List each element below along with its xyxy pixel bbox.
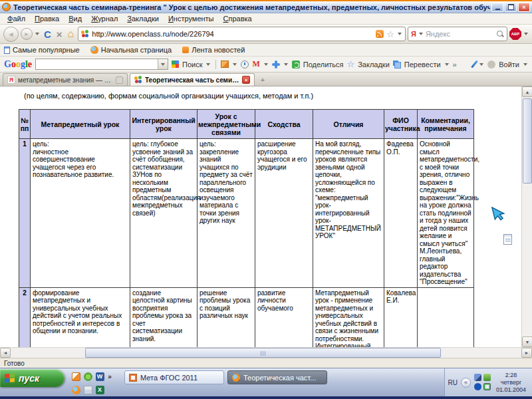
- url-input[interactable]: [92, 30, 373, 38]
- bluetooth-icon[interactable]: [474, 383, 481, 390]
- notepad-icon[interactable]: [84, 386, 92, 394]
- history-dropdown-icon[interactable]: [35, 33, 39, 35]
- bookmark-start-page[interactable]: Начальная страница: [90, 46, 172, 54]
- tab-yandex-search[interactable]: Я метапредметные знания — Яндекс: ...: [3, 73, 128, 86]
- cell-participant: Ковалева Е.И.: [384, 287, 418, 347]
- scroll-left-button[interactable]: ◄: [0, 348, 11, 358]
- taskbar-clock[interactable]: 2:28 четверг 01.01.2004: [495, 372, 527, 394]
- urlbar-dropdown-icon[interactable]: [398, 33, 402, 35]
- stop-button[interactable]: ×: [55, 29, 64, 40]
- google-search-box[interactable]: [35, 59, 168, 70]
- quicklaunch-app-icon[interactable]: [84, 372, 92, 381]
- reload-button[interactable]: C: [42, 29, 53, 40]
- gbookmarks-star-icon[interactable]: ☆: [347, 60, 355, 68]
- word-icon[interactable]: W: [96, 372, 104, 381]
- google-search-dropdown[interactable]: [158, 59, 168, 69]
- taskbar-button-powerpoint[interactable]: Мета ФГОС 2011: [124, 370, 224, 384]
- back-button[interactable]: ◄: [3, 27, 19, 42]
- gmail-dropdown-icon[interactable]: [264, 63, 268, 66]
- rss-icon: [182, 47, 189, 53]
- cell-similarities: расширение кругозора учащегося и его эру…: [255, 139, 313, 288]
- taskbar-button-firefox-active[interactable]: Теоретическая част...: [227, 370, 327, 384]
- gmail-icon[interactable]: M: [252, 59, 259, 69]
- vertical-scroll-thumb[interactable]: [523, 98, 532, 184]
- page-content: (по целям, содержанию, формам социальной…: [0, 86, 521, 347]
- account-icon[interactable]: [487, 61, 495, 68]
- tab-close-button[interactable]: [116, 76, 123, 84]
- new-tab-button[interactable]: +: [257, 74, 269, 84]
- rss-feed-icon[interactable]: [376, 30, 384, 38]
- restore-button[interactable]: [505, 3, 517, 12]
- tab-close-button[interactable]: ×: [242, 76, 250, 84]
- taskbar: пуск W » X Мета ФГОС 2011 Теоретическая …: [0, 368, 532, 399]
- close-button[interactable]: ×: [518, 3, 530, 12]
- menu-view[interactable]: Вид: [64, 14, 86, 23]
- forward-button[interactable]: ►: [21, 28, 33, 40]
- scroll-down-button[interactable]: ▼: [522, 336, 532, 347]
- comparison-table: № пп Метапредметный урок Интегрированный…: [19, 109, 474, 347]
- tray-collapse-button[interactable]: «: [461, 378, 471, 388]
- share-button[interactable]: Поделиться: [303, 61, 344, 68]
- bookmark-news-feed[interactable]: Лента новостей: [182, 46, 245, 54]
- sidewiki-dropdown-icon[interactable]: [233, 63, 237, 66]
- url-bar[interactable]: ☆: [78, 27, 406, 41]
- scroll-right-button[interactable]: ►: [521, 348, 532, 358]
- horizontal-scroll-thumb[interactable]: [85, 348, 441, 358]
- start-button[interactable]: пуск: [0, 369, 65, 387]
- google-search-options-icon[interactable]: [206, 63, 210, 66]
- pen-dropdown-icon[interactable]: [479, 63, 483, 66]
- search-icon[interactable]: [496, 30, 504, 38]
- horizontal-scrollbar[interactable]: ◄ ►: [0, 347, 532, 358]
- menu-edit[interactable]: Правка: [30, 14, 64, 23]
- show-desktop-icon[interactable]: [72, 372, 80, 381]
- add-gadget-dropdown-icon[interactable]: [284, 63, 288, 66]
- bookmark-star-icon[interactable]: ☆: [386, 30, 394, 39]
- bookmark-most-popular[interactable]: Самые популярные: [4, 46, 80, 54]
- tab-seminar-active[interactable]: Теоретическая часть семинара... ×: [130, 73, 255, 86]
- menu-help[interactable]: Справка: [219, 14, 257, 23]
- translate-dropdown-icon[interactable]: [445, 63, 449, 66]
- signin-button[interactable]: Войти: [499, 61, 519, 68]
- display-icon[interactable]: [483, 383, 491, 390]
- adblock-icon[interactable]: ABP: [509, 28, 521, 40]
- gbookmarks-button[interactable]: Закладки: [358, 61, 390, 68]
- system-tray: RU « 2:28 четверг 01.01.2004: [444, 368, 532, 396]
- home-button[interactable]: ⌂: [66, 28, 76, 40]
- menu-history[interactable]: Журнал: [86, 14, 122, 23]
- highlighter-pen-icon[interactable]: [471, 61, 478, 68]
- menu-bookmarks[interactable]: Закладки: [122, 14, 164, 23]
- add-gadget-icon[interactable]: [272, 61, 280, 68]
- signin-dropdown-icon[interactable]: [523, 63, 527, 66]
- antivirus-icon[interactable]: [483, 374, 491, 381]
- header-participant: ФИО участника: [384, 110, 418, 139]
- firefox-icon[interactable]: [72, 386, 80, 394]
- google-search-button[interactable]: Поиск: [182, 61, 202, 68]
- sidewiki-icon[interactable]: [221, 61, 229, 68]
- adblock-dropdown-icon[interactable]: [524, 33, 528, 35]
- excel-icon[interactable]: X: [96, 386, 104, 394]
- horizontal-scroll-track[interactable]: [11, 348, 521, 358]
- screen: { "window": { "title": "Теоретическая ча…: [0, 0, 532, 399]
- history-clock-icon[interactable]: [241, 61, 249, 68]
- header-meta-lesson: Метапредметный урок: [31, 110, 130, 139]
- search-engine-dropdown-icon[interactable]: [419, 33, 423, 35]
- yandex-search-box[interactable]: Я Яндекс: [408, 27, 507, 41]
- vertical-scrollbar[interactable]: ▲ ▼: [521, 86, 532, 347]
- menu-tools[interactable]: Инструменты: [164, 14, 219, 23]
- share-icon[interactable]: [292, 61, 300, 68]
- scroll-up-button[interactable]: ▲: [522, 86, 532, 97]
- minimize-button[interactable]: [491, 3, 503, 12]
- network-icon[interactable]: [474, 374, 481, 381]
- cell-inter-subject: решение проблемы урока с позиций различн…: [198, 287, 255, 347]
- language-indicator[interactable]: RU: [448, 379, 458, 386]
- menu-file[interactable]: Файл: [3, 14, 30, 23]
- google-search-input[interactable]: [36, 59, 158, 69]
- translate-icon[interactable]: [393, 61, 401, 68]
- toolbar-overflow-button[interactable]: »: [453, 61, 457, 68]
- google-toolbar: Google Поиск M Поделиться ☆ Закладки Пер…: [0, 57, 532, 72]
- quicklaunch-overflow-icon[interactable]: »: [108, 373, 112, 380]
- translate-button[interactable]: Перевести: [404, 61, 441, 68]
- cell-meta: цель: личностное совершенствование учаще…: [31, 139, 130, 288]
- google-logo: Google: [4, 59, 32, 70]
- header-comments: Комментарии, примечания: [418, 110, 474, 139]
